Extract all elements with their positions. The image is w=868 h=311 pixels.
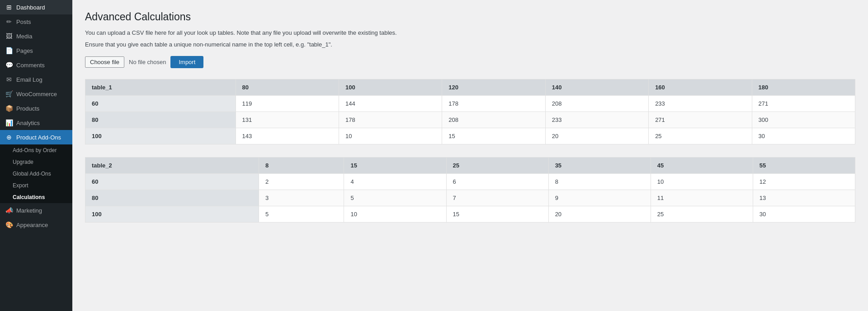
submenu-item-export[interactable]: Export	[0, 180, 72, 191]
table-cell: 4	[344, 174, 446, 190]
col-header: 15	[344, 158, 446, 174]
table-cell: 20	[548, 206, 651, 223]
posts-icon: ✏	[5, 18, 13, 25]
submenu-item-global-addons[interactable]: Global Add-Ons	[0, 168, 72, 180]
sidebar-label-product-addons: Product Add-Ons	[16, 134, 61, 141]
table-cell: 11	[651, 190, 753, 206]
col-header: 80	[236, 79, 339, 96]
sidebar-item-email-log[interactable]: ✉Email Log	[0, 72, 72, 87]
table-cell: 144	[339, 96, 442, 112]
submenu-label-addons-by-order: Add-Ons by Order	[13, 147, 57, 153]
table-cell: 131	[236, 112, 339, 128]
table-cell: 233	[649, 96, 752, 112]
sidebar-item-dashboard[interactable]: ⊞Dashboard	[0, 0, 72, 14]
col-header: 120	[442, 79, 545, 96]
submenu-item-calculations[interactable]: Calculations	[0, 191, 72, 203]
col-header: 160	[649, 79, 752, 96]
table-cell: 20	[545, 128, 648, 144]
table-cell: 208	[442, 112, 545, 128]
table-cell: 15	[442, 128, 545, 144]
media-icon: 🖼	[5, 32, 13, 40]
table-cell: 178	[339, 112, 442, 128]
submenu-label-export: Export	[13, 182, 28, 189]
table-cell: 178	[442, 96, 545, 112]
col-header: 55	[753, 158, 855, 174]
table-cell: 10	[651, 174, 753, 190]
row-header: 80	[85, 190, 259, 206]
comments-icon: 💬	[5, 61, 13, 69]
submenu-label-upgrade: Upgrade	[13, 159, 33, 165]
marketing-icon: 📣	[5, 207, 13, 214]
sidebar-label-appearance: Appearance	[16, 222, 48, 228]
pages-icon: 📄	[5, 47, 13, 54]
table-cell: 13	[753, 190, 855, 206]
col-header: 100	[339, 79, 442, 96]
table-cell: 271	[649, 112, 752, 128]
table-cell: 300	[752, 112, 855, 128]
appearance-icon: 🎨	[5, 221, 13, 228]
row-header: 100	[85, 206, 259, 223]
sidebar-item-media[interactable]: 🖼Media	[0, 29, 72, 43]
sidebar-item-woocommerce[interactable]: 🛒WooCommerce	[0, 87, 72, 101]
table-cell: 10	[339, 128, 442, 144]
sidebar-item-pages[interactable]: 📄Pages	[0, 43, 72, 58]
import-button[interactable]: Import	[170, 56, 203, 68]
woocommerce-icon: 🛒	[5, 90, 13, 97]
row-header: 60	[85, 174, 259, 190]
products-icon: 📦	[5, 105, 13, 112]
sidebar-label-products: Products	[16, 105, 39, 112]
table-cell: 143	[236, 128, 339, 144]
sidebar-item-marketing[interactable]: 📣Marketing	[0, 203, 72, 218]
submenu-item-addons-by-order[interactable]: Add-Ons by Order	[0, 144, 72, 156]
sidebar-item-products[interactable]: 📦Products	[0, 101, 72, 116]
submenu-label-calculations: Calculations	[13, 194, 45, 200]
main-content: Advanced Calculations You can upload a C…	[72, 0, 868, 311]
sidebar-label-pages: Pages	[16, 47, 33, 54]
table-cell: 3	[259, 190, 344, 206]
table-1: table_1801001201401601806011914417820823…	[85, 79, 855, 144]
submenu-label-global-addons: Global Add-Ons	[13, 171, 51, 177]
table-cell: 9	[548, 190, 651, 206]
table-cell: 119	[236, 96, 339, 112]
description-1: You can upload a CSV file here for all y…	[85, 28, 855, 37]
table-name-table_1: table_1	[85, 79, 236, 96]
table-cell: 8	[548, 174, 651, 190]
row-header: 80	[85, 112, 236, 128]
table-cell: 233	[545, 112, 648, 128]
table-cell: 5	[259, 206, 344, 223]
row-header: 100	[85, 128, 236, 144]
choose-file-button[interactable]: Choose file	[85, 56, 124, 68]
table-cell: 2	[259, 174, 344, 190]
product-addons-icon: ⊕	[5, 134, 13, 141]
col-header: 140	[545, 79, 648, 96]
table-cell: 25	[651, 206, 753, 223]
table-cell: 271	[752, 96, 855, 112]
sidebar-item-analytics[interactable]: 📊Analytics	[0, 116, 72, 130]
email-log-icon: ✉	[5, 76, 13, 83]
file-upload-row: Choose file No file chosen Import	[85, 56, 855, 68]
col-header: 8	[259, 158, 344, 174]
sidebar-label-analytics: Analytics	[16, 120, 40, 126]
col-header: 35	[548, 158, 651, 174]
sidebar-label-email-log: Email Log	[16, 76, 42, 83]
table-cell: 6	[446, 174, 548, 190]
sidebar-item-comments[interactable]: 💬Comments	[0, 58, 72, 72]
sidebar: ⊞Dashboard✏Posts🖼Media📄Pages💬Comments✉Em…	[0, 0, 72, 311]
table-cell: 208	[545, 96, 648, 112]
table-cell: 12	[753, 174, 855, 190]
col-header: 25	[446, 158, 548, 174]
sidebar-label-marketing: Marketing	[16, 207, 42, 214]
table-name-table_2: table_2	[85, 158, 259, 174]
sidebar-label-comments: Comments	[16, 62, 45, 69]
sidebar-item-posts[interactable]: ✏Posts	[0, 14, 72, 29]
submenu-item-upgrade[interactable]: Upgrade	[0, 156, 72, 168]
sidebar-label-dashboard: Dashboard	[16, 4, 45, 11]
no-file-text: No file chosen	[129, 59, 166, 65]
col-header: 180	[752, 79, 855, 96]
sidebar-label-media: Media	[16, 33, 32, 40]
dashboard-icon: ⊞	[5, 4, 13, 11]
row-header: 60	[85, 96, 236, 112]
sidebar-item-appearance[interactable]: 🎨Appearance	[0, 218, 72, 232]
sidebar-item-product-addons[interactable]: ⊕Product Add-Ons	[0, 130, 72, 144]
description-2: Ensure that you give each table a unique…	[85, 40, 855, 49]
